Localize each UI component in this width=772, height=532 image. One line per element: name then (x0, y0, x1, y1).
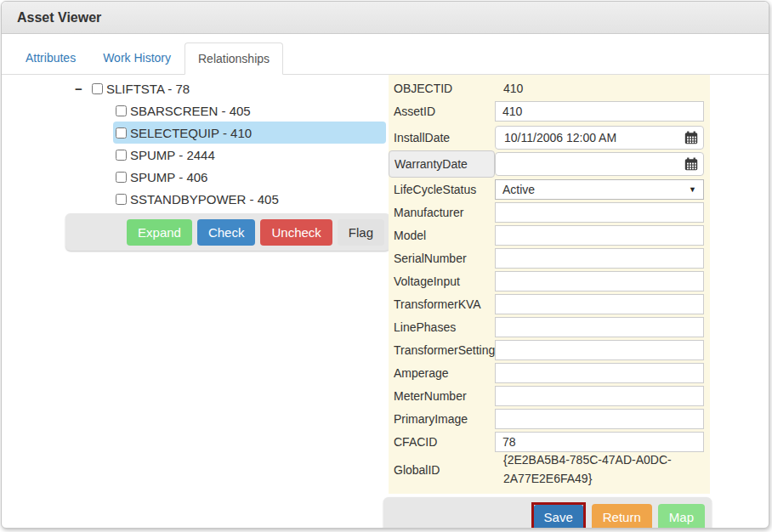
tree-toolbar: Expand Check Uncheck Flag (65, 213, 390, 251)
form-row-lifecyclestatus: LifeCycleStatus Active ▼ (389, 178, 710, 201)
tree-checkbox-spump-2444[interactable] (116, 150, 127, 161)
model-field[interactable] (495, 225, 704, 246)
field-label: Amperage (394, 366, 495, 380)
uncheck-button[interactable]: Uncheck (260, 219, 332, 246)
field-label: CFACID (394, 435, 495, 449)
tree-node-sstandbypower[interactable]: SSTANDBYPOWER - 405 (113, 188, 386, 210)
form-footer-toolbar: Save Return Map (383, 497, 712, 529)
form-row-linephases: LinePhases (389, 315, 710, 338)
manufacturer-field[interactable] (495, 202, 704, 223)
form-row-serialnumber: SerialNumber (389, 246, 710, 269)
field-label: Manufacturer (394, 206, 495, 219)
flag-button[interactable]: Flag (338, 219, 384, 246)
tree-node-label: SPUMP - 2444 (130, 148, 215, 162)
form-row-cfacid: CFACID (389, 430, 710, 453)
calendar-icon[interactable] (684, 157, 698, 171)
asset-viewer-window: Asset Viewer Attributes Work History Rel… (1, 1, 769, 529)
tree-node-label: SELECTEQUIP - 410 (130, 126, 252, 140)
tree-node-spump-2444[interactable]: SPUMP - 2444 (113, 144, 386, 166)
cfacid-field[interactable] (495, 432, 704, 452)
expand-button[interactable]: Expand (127, 219, 192, 246)
field-label: LinePhases (394, 320, 495, 334)
tree-checkbox-sstandbypower[interactable] (116, 194, 127, 205)
field-label: OBJECTID (394, 82, 495, 95)
transformerkva-field[interactable] (495, 294, 704, 314)
field-label: GlobalID (394, 463, 495, 477)
amperage-field[interactable] (495, 363, 704, 383)
field-label: PrimaryImage (394, 412, 495, 426)
page-title: Asset Viewer (17, 10, 101, 25)
form-row-transformersetting: TransformerSetting (389, 338, 710, 361)
tree-node-label: SBARSCREEN - 405 (130, 104, 251, 118)
form-row-amperage: Amperage (389, 361, 710, 384)
form-row-manufacturer: Manufacturer (389, 201, 710, 224)
form-row-voltageinput: VoltageInput (389, 269, 710, 292)
map-button[interactable]: Map (658, 504, 705, 529)
tree-checkbox-sbarscreen[interactable] (116, 105, 127, 116)
tree-node-sliftsta[interactable]: − SLIFTSTA - 78 (2, 77, 389, 99)
assetid-field[interactable] (495, 101, 704, 122)
lifecyclestatus-select[interactable]: Active ▼ (495, 179, 704, 200)
asset-tree: − SLIFTSTA - 78 SBARSCREEN - 405 SELECTE… (2, 75, 389, 210)
tree-node-label: SSTANDBYPOWER - 405 (130, 192, 279, 207)
meternumber-field[interactable] (495, 386, 704, 406)
field-label: Model (394, 229, 495, 242)
tree-node-spump-406[interactable]: SPUMP - 406 (113, 166, 386, 188)
field-label-highlighted: WarrantyDate (389, 150, 495, 178)
calendar-icon[interactable] (684, 131, 698, 144)
tab-strip: Attributes Work History Relationships (2, 42, 769, 75)
serialnumber-field[interactable] (495, 248, 704, 269)
chevron-down-icon: ▼ (689, 185, 696, 194)
tree-node-label: SPUMP - 406 (130, 170, 207, 184)
tree-node-sbarscreen[interactable]: SBARSCREEN - 405 (113, 99, 386, 122)
title-bar: Asset Viewer (2, 2, 769, 34)
tree-checkbox-spump-406[interactable] (116, 172, 127, 183)
form-row-meternumber: MeterNumber (389, 384, 710, 407)
installdate-field[interactable] (495, 126, 704, 150)
field-label: MeterNumber (394, 389, 495, 403)
voltageinput-field[interactable] (495, 271, 704, 291)
save-button[interactable]: Save (534, 505, 583, 529)
form-row-transformerkva: TransformerKVA (389, 292, 710, 315)
tab-relationships[interactable]: Relationships (184, 42, 283, 75)
field-label: AssetID (394, 105, 495, 118)
check-button[interactable]: Check (197, 219, 256, 246)
selected-option: Active (502, 183, 535, 196)
form-row-globalid: GlobalID {2E2BA5B4-785C-47AD-A0DC-2A77E2… (389, 453, 710, 487)
field-label: InstallDate (394, 131, 495, 144)
form-row-installdate: InstallDate (389, 124, 710, 150)
form-row-objectid: OBJECTID 410 (389, 78, 710, 99)
field-label: TransformerKVA (394, 297, 495, 311)
return-button[interactable]: Return (592, 504, 652, 529)
objectid-value: 410 (495, 82, 523, 95)
asset-form: OBJECTID 410 AssetID InstallDate (389, 75, 710, 494)
tree-node-selectequip[interactable]: SELECTEQUIP - 410 (113, 122, 386, 144)
linephases-field[interactable] (495, 317, 704, 337)
relationships-tree-panel: − SLIFTSTA - 78 SBARSCREEN - 405 SELECTE… (2, 75, 389, 251)
tree-checkbox-selectequip[interactable] (116, 127, 127, 139)
field-label: LifeCycleStatus (394, 183, 495, 196)
field-label: SerialNumber (394, 252, 495, 265)
form-row-warrantydate: WarrantyDate (389, 150, 710, 178)
warrantydate-field[interactable] (495, 152, 704, 176)
field-label: TransformerSetting (394, 343, 495, 357)
form-row-model: Model (389, 224, 710, 246)
transformersetting-field[interactable] (495, 340, 704, 360)
tab-work-history[interactable]: Work History (89, 42, 184, 74)
main-content: − SLIFTSTA - 78 SBARSCREEN - 405 SELECTE… (2, 75, 769, 529)
form-row-assetid: AssetID (389, 99, 710, 124)
tree-checkbox-sliftsta[interactable] (92, 83, 103, 94)
tree-node-label: SLIFTSTA - 78 (106, 82, 190, 96)
globalid-value: {2E2BA5B4-785C-47AD-A0DC-2A77E2E6FA49} (495, 451, 692, 488)
save-button-highlight-annotation: Save (531, 502, 586, 529)
collapse-icon[interactable]: − (75, 82, 92, 96)
tab-attributes[interactable]: Attributes (12, 42, 89, 74)
primaryimage-field[interactable] (495, 409, 704, 429)
field-label: VoltageInput (394, 274, 495, 288)
asset-form-column: OBJECTID 410 AssetID InstallDate (389, 75, 712, 529)
form-row-primaryimage: PrimaryImage (389, 407, 710, 430)
